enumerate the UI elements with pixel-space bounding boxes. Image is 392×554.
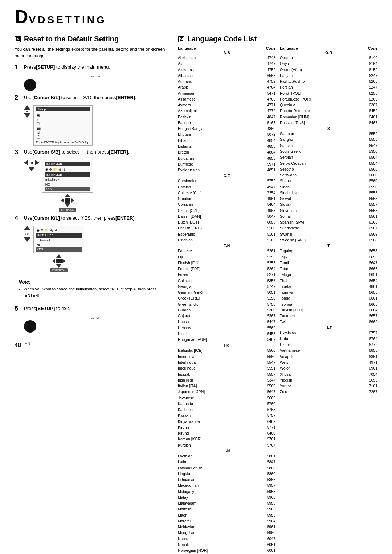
lang-checkbox-icon: ☑ bbox=[178, 36, 184, 42]
lang-code: 6459 bbox=[365, 108, 377, 114]
lang-code: 6561 bbox=[365, 213, 377, 219]
lang-code: 5347 bbox=[263, 377, 275, 383]
list-item: Rhaeto-Romance6459 bbox=[280, 108, 377, 114]
list-item: Wolof6961 bbox=[280, 365, 377, 371]
lang-code: 6861 bbox=[365, 354, 377, 359]
ce-header: C-E bbox=[178, 174, 275, 178]
nav-left-4 bbox=[52, 259, 55, 263]
lang-name: Norwegian [NOR] bbox=[178, 547, 208, 553]
lang-code: 5966 bbox=[263, 506, 275, 512]
lang-name: Irish [IRI] bbox=[178, 377, 193, 383]
list-item: Danish [DAN]5047 bbox=[178, 213, 275, 219]
lang-name: Tonga bbox=[280, 295, 290, 301]
lang-code: 4748 bbox=[263, 55, 275, 61]
list-item: Finnish [FIN]5255 bbox=[178, 260, 275, 266]
lang-code: 4971 bbox=[365, 359, 377, 365]
lang-code: 5560 bbox=[263, 354, 275, 359]
list-item: Malagasy5953 bbox=[178, 489, 275, 494]
lang-code: 5256 bbox=[263, 254, 275, 260]
lang-name: Xhosa bbox=[280, 371, 291, 377]
list-item: Slovenian6558 bbox=[280, 208, 377, 213]
lang-name: Somali bbox=[280, 213, 291, 219]
list-item: Malay5965 bbox=[178, 494, 275, 500]
lang-name: Galician bbox=[178, 278, 192, 284]
list-item: Polish [POL]6258 bbox=[280, 90, 377, 96]
lang-name: Estonian bbox=[178, 237, 193, 243]
step-3-lr: or bbox=[24, 160, 39, 166]
lang-code: 5868 bbox=[263, 465, 275, 471]
step-4-icons: ◉ ⚙ 📁 🔌 🖥 bbox=[36, 228, 82, 233]
list-item: Kashmiri5765 bbox=[178, 407, 275, 412]
list-item: Swedish [SWE]6568 bbox=[280, 237, 377, 243]
list-item: Tigrinya6655 bbox=[280, 289, 377, 295]
step-2-text: Use[Cursor K/L] to select DVD, then pres… bbox=[24, 94, 167, 101]
lang-name: Persian bbox=[280, 84, 293, 90]
lang-code: 5360 bbox=[263, 307, 275, 313]
list-item: Estonian5166 bbox=[178, 237, 275, 243]
lang-name: Latvian;Lettish bbox=[178, 465, 203, 471]
lang-code: 6657 bbox=[365, 313, 377, 319]
step-2-row: Setup ▣ ♪ ☐ 📷 🔒 ◯ Press ENTER key to mov… bbox=[24, 105, 167, 146]
lang-name: Kazakh bbox=[178, 412, 191, 418]
lang-code: 5560 bbox=[263, 347, 275, 353]
lang-code: 5072 bbox=[263, 131, 275, 137]
lang-name: Marathi bbox=[178, 518, 191, 524]
step-3-text: Use[Cursor S/B] to select , then press[E… bbox=[24, 148, 167, 156]
lang-name: Arabic bbox=[178, 84, 189, 90]
step-1-content: SETUP bbox=[24, 75, 167, 91]
list-item: Nepali6051 bbox=[178, 542, 275, 547]
lang-name: Chinese [CHI] bbox=[178, 190, 201, 196]
lang-name: German [GER] bbox=[178, 289, 203, 295]
lang-name: Japanese [JPN] bbox=[178, 389, 205, 395]
list-item: Javanese5669 bbox=[178, 395, 275, 401]
list-item: Abkhazian4748 bbox=[178, 55, 275, 61]
list-item: Moldavian5961 bbox=[178, 524, 275, 530]
lang-code: 6654 bbox=[365, 278, 377, 284]
list-item: Georgian5747 bbox=[178, 284, 275, 289]
list-item: Dutch [DUT]6058 bbox=[178, 219, 275, 225]
list-item: Norwegian [NOR]6061 bbox=[178, 547, 275, 553]
lang-code: 5747 bbox=[263, 284, 275, 289]
lang-name: Bihari bbox=[178, 138, 188, 143]
lang-code: 5158 bbox=[263, 295, 275, 301]
list-item: Bengali;Bangla4860 bbox=[178, 126, 275, 131]
ik-header: I-K bbox=[178, 343, 275, 347]
lang-name: Hungarian [HUN] bbox=[178, 337, 207, 342]
lang-name: Interlingua bbox=[178, 359, 196, 365]
list-item: Portuguese [POR]6266 bbox=[280, 96, 377, 102]
uz-list: Ukrainian6757Urdu6764Uzbek6772Vietnamese… bbox=[280, 330, 377, 395]
arrow-down-icon bbox=[24, 113, 30, 118]
lang-name: Basque bbox=[178, 120, 191, 126]
step-5-content: SETUP bbox=[24, 316, 167, 333]
list-item: Sindhi6550 bbox=[280, 184, 377, 190]
lang-code: 6772 bbox=[365, 342, 377, 347]
list-item: Frisian5271 bbox=[178, 272, 275, 277]
lang-code: 5471 bbox=[263, 90, 275, 96]
lang-code: 6165 bbox=[365, 219, 377, 225]
nav-up-4 bbox=[56, 254, 62, 258]
list-item: Singhalese6555 bbox=[280, 190, 377, 196]
list-item: Volapuk6861 bbox=[280, 354, 377, 359]
lang-name: Wolof bbox=[280, 365, 290, 371]
lang-name: Macedonian bbox=[178, 482, 199, 488]
lang-code: 5765 bbox=[263, 407, 275, 412]
enter-btn-4: ENTER/OK bbox=[50, 268, 68, 272]
lang-name: Vietnamese bbox=[280, 347, 300, 353]
list-item: Lithuanian5866 bbox=[178, 477, 275, 482]
lang-code: 5255 bbox=[263, 260, 275, 266]
lang-code: 7161 bbox=[365, 383, 377, 389]
lang-code: 4771 bbox=[263, 102, 275, 108]
lang-name: Laothian bbox=[178, 453, 192, 459]
mock-icon-4: 📷 bbox=[37, 126, 89, 130]
note-list: When you want to cancel the initializati… bbox=[19, 286, 163, 298]
col1-code-header: Code bbox=[266, 46, 275, 50]
lang-code: 5965 bbox=[263, 494, 275, 500]
list-item: Lingala5860 bbox=[178, 471, 275, 477]
lang-name: Bislama bbox=[178, 143, 191, 149]
lang-code: 5160 bbox=[263, 225, 275, 231]
reset-checkbox-icon: ☑ bbox=[15, 36, 21, 42]
lang-code: 6664 bbox=[365, 307, 377, 313]
lang-code: 4752 bbox=[263, 67, 275, 73]
lang-code: 5669 bbox=[263, 395, 275, 401]
mock-icon-1: ▣ bbox=[37, 113, 89, 117]
